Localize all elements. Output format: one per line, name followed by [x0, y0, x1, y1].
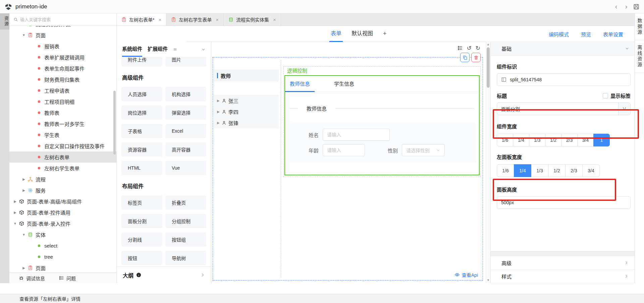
component-width-option-1/6[interactable]: 1/6 [497, 134, 513, 146]
tree-item-页面-表单-控件通用[interactable]: ▶页面-表单-控件通用 [9, 207, 116, 218]
palette-item-图片[interactable]: 图片 [165, 57, 206, 67]
tree-item-表单扩展逻辑调用[interactable]: 表单扩展逻辑调用 [9, 52, 116, 63]
component-width-option-1/4[interactable]: 1/4 [513, 134, 529, 146]
show-label-toggle[interactable]: 显示标签 [603, 92, 631, 99]
close-icon[interactable]: × [158, 17, 161, 23]
tree-item-左树右学生表单[interactable]: 左树右学生表单 [9, 163, 116, 174]
delete-component-button[interactable] [471, 53, 481, 62]
palette-item-导航树[interactable]: 导航树 [165, 251, 206, 265]
action-预览[interactable]: 预览 [579, 31, 591, 38]
component-width-option-3/4[interactable]: 3/4 [577, 134, 594, 146]
component-width-option-2/3[interactable]: 2/3 [561, 134, 578, 146]
close-icon[interactable]: × [216, 17, 219, 23]
add-view-button[interactable]: + [383, 26, 387, 42]
tree-item-页面[interactable]: ▶页面 [9, 262, 116, 272]
palette-item-Excel[interactable]: Excel [165, 124, 206, 138]
palette-item-Vue[interactable]: Vue [165, 161, 206, 175]
component-width-option-1[interactable]: 1 [593, 134, 610, 146]
palette-item-高开容器[interactable]: 高开容器 [165, 142, 206, 157]
tree-item-左树右表单[interactable]: 左树右表单 [9, 152, 116, 163]
doc-tab-左树右学生表单[interactable]: 左树右学生表单× [166, 13, 224, 26]
tree-item-流程[interactable]: ▶流程 [9, 174, 116, 185]
footer-item-问题[interactable]: 问题 [59, 275, 76, 282]
selected-split-component[interactable]: 教师 ▶张三▶李四▶张锋 逻辑控制 教师信息 学生信息 教师信息 姓名 [213, 57, 483, 280]
dock-离线资源[interactable]: 离线资源 [635, 40, 644, 73]
tree-item-select[interactable]: select [9, 240, 116, 251]
palette-item-附件上传[interactable]: 附件上传 [121, 57, 162, 67]
palette-tab-extended[interactable]: 扩展组件 [148, 42, 168, 57]
age-input-control[interactable] [327, 147, 361, 153]
tree-item-页面-表单-录入控件[interactable]: ▼页面-表单-录入控件 [9, 218, 116, 229]
name-input[interactable] [323, 129, 390, 141]
tree-item-教师表[interactable]: 教师表 [9, 107, 116, 118]
scroll-up-arrow[interactable]: ▲ [486, 43, 490, 46]
tree-caret-icon[interactable]: ▶ [21, 177, 27, 181]
tab-form[interactable]: 表单 [331, 26, 341, 42]
palette-menu-icon[interactable] [173, 47, 177, 51]
component-width-option-1/3[interactable]: 1/3 [529, 134, 545, 146]
search-input[interactable] [20, 17, 104, 22]
teacher-node-李四[interactable]: ▶李四 [214, 106, 279, 117]
palette-item-分割线[interactable]: 分割线 [121, 232, 162, 247]
component-id-input[interactable]: split_56147548 [497, 73, 631, 86]
tree-item-实体[interactable]: ▼实体 [9, 229, 116, 240]
props-section-样式[interactable]: 样式 [491, 270, 635, 283]
palette-item-按钮组[interactable]: 按钮组 [165, 232, 206, 247]
age-input[interactable] [323, 144, 365, 156]
left-panel-width-option-3/4[interactable]: 3/4 [582, 164, 600, 177]
props-section-高级[interactable]: 高级 [491, 256, 635, 270]
doc-tab-左树右表单[interactable]: 左树右表单*× [117, 13, 166, 26]
activity-tab-resources[interactable]: 资源 [0, 13, 9, 30]
palette-item-机构选择[interactable]: 机构选择 [165, 87, 206, 101]
tree-item-报销表[interactable]: 报销表 [9, 41, 116, 52]
action-编码模式[interactable]: 编码模式 [547, 31, 569, 38]
caret-right-icon[interactable]: ▶ [217, 99, 220, 102]
save-icon[interactable] [633, 4, 639, 10]
tree-item-tree[interactable]: tree [9, 251, 116, 262]
tab-student-info[interactable]: 学生信息 [331, 80, 357, 92]
tree-caret-icon[interactable]: ▶ [12, 200, 18, 203]
gender-select[interactable]: 请选择性别 [402, 144, 445, 156]
caret-right-icon[interactable]: ▶ [217, 110, 220, 114]
left-panel-width-option-1/2[interactable]: 1/2 [548, 164, 566, 177]
view-api-link[interactable]: 查看Api [454, 271, 478, 278]
tree-caret-icon[interactable]: ▼ [12, 222, 18, 225]
tree-item-工程申请表[interactable]: 工程申请表 [9, 85, 116, 96]
tree-item-教师表一对多学生[interactable]: 教师表一对多学生 [9, 118, 116, 129]
tree-caret-icon[interactable]: ▶ [21, 188, 27, 192]
palette-tab-system[interactable]: 系统组件 [122, 42, 142, 57]
tree-caret-icon[interactable]: ▼ [21, 233, 27, 236]
tree-item-自定义窗口操作按钮及事件[interactable]: 自定义窗口操作按钮及事件 [9, 140, 116, 152]
component-width-option-1/2[interactable]: 1/2 [545, 134, 561, 146]
title-variable-button[interactable]: V [618, 103, 630, 115]
left-panel-width-option-1/6[interactable]: 1/6 [497, 164, 514, 177]
tree-item-表单生命周起事件[interactable]: 表单生命周起事件 [9, 63, 116, 74]
tree-item-工程项目明细[interactable]: 工程项目明细 [9, 96, 116, 107]
tree-item-页面[interactable]: ▼页面 [9, 30, 116, 41]
close-icon[interactable]: × [273, 17, 276, 23]
tree-item-学生表[interactable]: 学生表 [9, 129, 116, 140]
undo-icon[interactable]: ↺ [467, 45, 472, 51]
palette-item-标签页[interactable]: 标签页 [121, 196, 162, 210]
canvas-scrollbar-thumb[interactable] [487, 47, 490, 88]
tree-item-页面-表单-高级/布局组件[interactable]: ▶页面-表单-高级/布局组件 [9, 196, 116, 207]
show-label-checkbox[interactable] [603, 93, 608, 98]
left-panel-width-option-2/3[interactable]: 2/3 [565, 164, 583, 177]
history-forward-button[interactable]: › [621, 3, 631, 10]
panel-height-input[interactable]: 500px [497, 196, 631, 209]
palette-item-弹窗选择[interactable]: 弹窗选择 [165, 105, 206, 120]
left-panel-width-option-1/4[interactable]: 1/4 [514, 164, 531, 177]
tab-default-view[interactable]: 默认视图 [352, 26, 373, 42]
palette-item-折叠页[interactable]: 折叠页 [165, 196, 206, 210]
palette-item-人员选择[interactable]: 人员选择 [121, 87, 162, 101]
tab-teacher-info[interactable]: 教师信息 [287, 80, 313, 92]
title-input[interactable]: 面板分割 V [497, 102, 631, 115]
palette-item-HTML[interactable]: HTML [121, 161, 162, 175]
sidebar-scrollbar-thumb[interactable] [113, 91, 116, 155]
props-section-header[interactable]: 基础 [491, 42, 635, 55]
palette-item-资源容器[interactable]: 资源容器 [121, 142, 162, 157]
tree-caret-icon[interactable]: ▶ [21, 266, 27, 270]
history-back-button[interactable]: ‹ [611, 3, 621, 10]
palette-item-分组控制[interactable]: 分组控制 [165, 214, 206, 228]
outline-bar[interactable]: 大纲 i [117, 266, 211, 283]
